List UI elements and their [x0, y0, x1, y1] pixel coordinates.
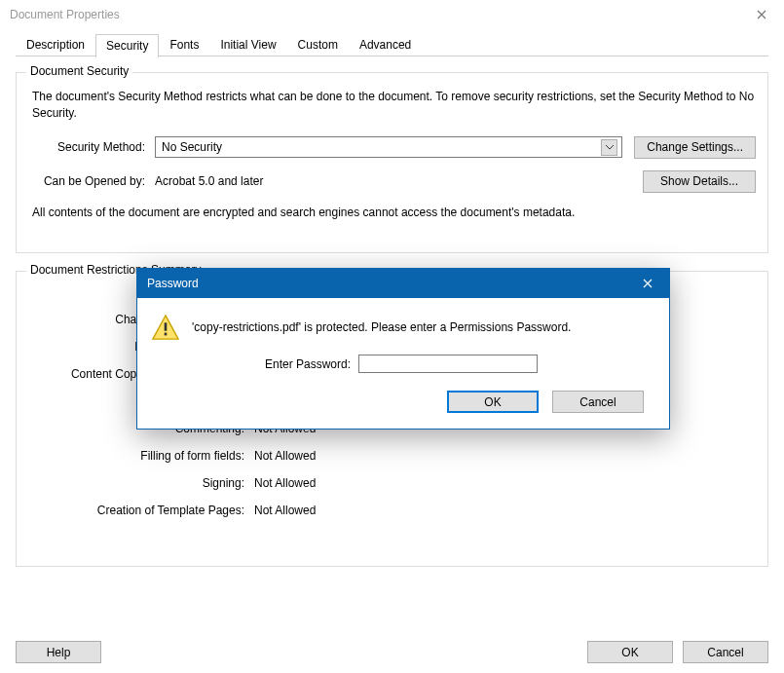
restrict-row: Creation of Template Pages: Not Allowed [28, 504, 756, 517]
cancel-button[interactable]: Cancel [683, 641, 768, 663]
password-ok-button[interactable]: OK [447, 391, 539, 413]
encryption-note: All contents of the document are encrypt… [32, 205, 578, 221]
security-method-value: No Security [162, 140, 222, 154]
svg-rect-0 [165, 322, 168, 330]
restrict-value: Not Allowed [254, 504, 316, 517]
password-dialog-titlebar: Password [137, 269, 669, 298]
enter-password-label: Enter Password: [265, 357, 351, 371]
window-close-button[interactable] [739, 0, 784, 29]
svg-rect-1 [165, 333, 168, 336]
opened-by-value: Acrobat 5.0 and later [155, 174, 643, 188]
tab-advanced[interactable]: Advanced [349, 33, 422, 56]
password-dialog-body: 'copy-restrictions.pdf' is protected. Pl… [137, 298, 669, 429]
restrict-value: Not Allowed [254, 476, 316, 490]
change-settings-button[interactable]: Change Settings... [634, 136, 756, 159]
password-input[interactable] [358, 355, 538, 373]
security-method-label: Security Method: [28, 140, 155, 154]
tab-custom[interactable]: Custom [287, 33, 349, 56]
password-dialog-title: Password [147, 277, 199, 290]
tab-fonts[interactable]: Fonts [159, 33, 209, 56]
tab-security[interactable]: Security [95, 34, 159, 57]
opened-by-label: Can be Opened by: [28, 174, 155, 188]
show-details-button[interactable]: Show Details... [643, 170, 756, 193]
tab-initial-view[interactable]: Initial View [209, 33, 286, 56]
password-cancel-button[interactable]: Cancel [552, 391, 644, 413]
security-method-select[interactable]: No Security [155, 136, 622, 158]
document-security-title: Document Security [26, 64, 132, 78]
document-security-group: Document Security The document's Securit… [16, 72, 768, 253]
warning-icon [151, 314, 180, 341]
close-icon [757, 10, 766, 19]
restrict-label: Filling of form fields: [28, 449, 254, 463]
restrict-row: Signing: Not Allowed [28, 476, 756, 490]
footer: Help OK Cancel [0, 641, 784, 663]
security-description: The document's Security Method restricts… [32, 89, 756, 123]
restrict-label: Creation of Template Pages: [28, 504, 254, 517]
tab-strip: Description Security Fonts Initial View … [16, 33, 784, 56]
password-dialog-close-button[interactable] [626, 269, 669, 298]
password-dialog-message: 'copy-restrictions.pdf' is protected. Pl… [192, 320, 571, 334]
window-title: Document Properties [10, 8, 120, 21]
close-icon [643, 279, 653, 288]
titlebar: Document Properties [0, 0, 784, 29]
ok-button[interactable]: OK [587, 641, 673, 663]
restrict-value: Not Allowed [254, 449, 316, 463]
tab-description[interactable]: Description [16, 33, 95, 56]
restrict-label: Signing: [28, 476, 254, 490]
password-dialog: Password 'copy-restrictions.pdf' is prot… [136, 268, 670, 430]
help-button[interactable]: Help [16, 641, 101, 663]
restrict-row: Filling of form fields: Not Allowed [28, 449, 756, 463]
chevron-down-icon [601, 139, 617, 156]
